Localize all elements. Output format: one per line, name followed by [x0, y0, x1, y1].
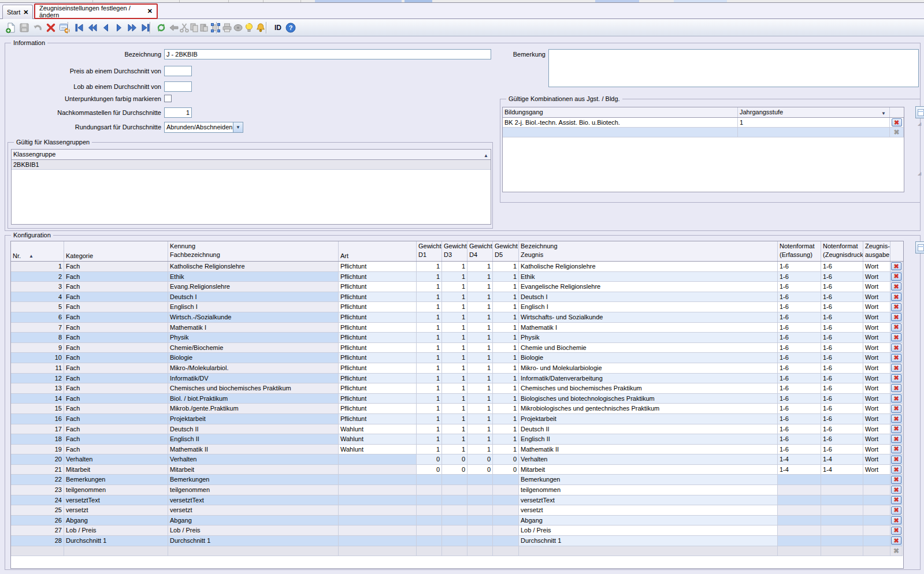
cell-zeugnisausgabe[interactable]: Wort	[863, 434, 890, 445]
cell-new-entry[interactable]	[417, 546, 442, 557]
cell-notenformat-zeugnisdruck[interactable]	[821, 536, 863, 546]
konfiguration-col-5[interactable]: Gewicht D3	[442, 241, 467, 261]
cell-notenformat-erfassung[interactable]: 1-6	[778, 353, 821, 363]
cell-notenformat-erfassung[interactable]: 1-6	[778, 363, 821, 374]
cell-notenformat-zeugnisdruck[interactable]: 1-6	[821, 302, 863, 312]
preis-input[interactable]	[164, 66, 192, 76]
cell-notenformat-zeugnisdruck[interactable]	[821, 495, 863, 506]
cell-gewicht-d5[interactable]	[493, 536, 519, 546]
delete-icon[interactable]	[44, 21, 57, 34]
cell-notenformat-zeugnisdruck[interactable]: 1-6	[821, 323, 863, 333]
cell-zeugnisausgabe[interactable]: Wort	[863, 302, 890, 312]
cell-zeugnisausgabe[interactable]: Wort	[863, 374, 890, 384]
cell-gewicht-d5[interactable]: 1	[493, 394, 519, 404]
cell-art[interactable]	[339, 485, 417, 495]
cell-new-entry[interactable]	[11, 546, 64, 557]
cell-gewicht-d3[interactable]: 1	[442, 383, 467, 394]
cell-art[interactable]	[339, 516, 417, 526]
cell-gewicht-d4[interactable]: 1	[467, 282, 493, 292]
cell-gewicht-d3[interactable]: 1	[442, 333, 467, 343]
cell-gewicht-d3[interactable]	[442, 505, 467, 516]
delete-row-button[interactable]: ✖	[891, 516, 901, 524]
cell-notenformat-zeugnisdruck[interactable]: 1-6	[821, 363, 863, 374]
cell-gewicht-d3[interactable]: 1	[442, 414, 467, 424]
cell-bezeichnung-zeugnis[interactable]: Projektarbeit	[519, 414, 778, 424]
cell-gewicht-d4[interactable]: 1	[467, 414, 493, 424]
cell-bezeichnung-zeugnis[interactable]: Informatik/Datenverarbeitung	[519, 374, 778, 384]
cell-notenformat-zeugnisdruck[interactable]	[821, 525, 863, 536]
cell-gewicht-d5[interactable]: 1	[493, 383, 519, 394]
nav-first-icon[interactable]	[73, 21, 86, 34]
delete-row-button[interactable]: ✖	[891, 536, 901, 545]
cell-zeugnisausgabe[interactable]: Wort	[863, 282, 890, 292]
cell-art[interactable]	[339, 505, 417, 516]
cell-gewicht-d4[interactable]: 0	[467, 454, 493, 465]
cell-bezeichnung-zeugnis[interactable]: Abgang	[519, 516, 778, 526]
cell-art[interactable]	[339, 465, 417, 475]
cell-art[interactable]: Pflichtunt	[339, 262, 417, 272]
cell-zeugnisausgabe[interactable]: Wort	[863, 323, 890, 333]
cell-notenformat-zeugnisdruck[interactable]: 1-6	[821, 262, 863, 272]
cell-gewicht-d4[interactable]: 1	[467, 424, 493, 435]
cell-bezeichnung-zeugnis[interactable]: Durchschnitt 1	[519, 536, 778, 546]
cell-art[interactable]	[339, 495, 417, 506]
tab-start[interactable]: Start ✕	[2, 5, 33, 19]
konfiguration-col-0[interactable]: Nr.▲	[11, 241, 64, 261]
cell-bezeichnung-zeugnis[interactable]: Chemie und Biochemie	[519, 343, 778, 353]
delete-row-button[interactable]: ✖	[891, 506, 901, 515]
filter-dropdown-icon[interactable]: ▼	[881, 109, 886, 117]
cell-bezeichnung-zeugnis[interactable]: Wirtschafts- und Sozialkunde	[519, 312, 778, 323]
cell-notenformat-erfassung[interactable]	[778, 525, 821, 536]
cell-bezeichnung-zeugnis[interactable]: versetzt	[519, 505, 778, 516]
konfiguration-col-2[interactable]: Kennung Fachbezeichnung	[168, 241, 339, 261]
klassengruppen-col-klassengruppe[interactable]: Klassengruppe▲	[12, 150, 491, 159]
cell-gewicht-d5[interactable]	[493, 505, 519, 516]
cell-gewicht-d4[interactable]: 1	[467, 374, 493, 384]
cell-gewicht-d5[interactable]: 0	[493, 454, 519, 465]
cell-bezeichnung-zeugnis[interactable]: Mikro- und Molekularbiologie	[519, 363, 778, 374]
cell-art[interactable]	[339, 525, 417, 536]
cell-art[interactable]: Pflichtunt	[339, 272, 417, 282]
cell-gewicht-d5[interactable]: 0	[493, 465, 519, 475]
konfiguration-col-9[interactable]: Notenformat (Erfassung)	[778, 241, 821, 261]
cell-gewicht-d1[interactable]: 1	[417, 424, 442, 435]
cell-gewicht-d1[interactable]: 1	[417, 272, 442, 282]
delete-row-button[interactable]: ✖	[891, 344, 901, 352]
cell-zeugnisausgabe[interactable]	[863, 475, 890, 485]
cell-new-entry[interactable]	[467, 546, 493, 557]
cell-notenformat-zeugnisdruck[interactable]: 1-6	[821, 424, 863, 435]
delete-row-button[interactable]: ✖	[891, 527, 901, 535]
cell-zeugnisausgabe[interactable]: Wort	[863, 383, 890, 394]
cell-art[interactable]: Wahlunt	[339, 434, 417, 445]
cell-gewicht-d5[interactable]: 1	[493, 323, 519, 333]
cell-gewicht-d3[interactable]: 0	[442, 454, 467, 465]
cell-gewicht-d4[interactable]: 1	[467, 312, 493, 323]
lob-input[interactable]	[164, 81, 192, 92]
cell-art[interactable]: Pflichtunt	[339, 394, 417, 404]
new-document-icon[interactable]	[5, 21, 17, 34]
scroll-up-hint-icon[interactable]: ◢	[918, 121, 921, 126]
delete-row-button[interactable]: ✖	[892, 118, 902, 126]
delete-row-button[interactable]: ✖	[891, 323, 901, 331]
bemerkung-textarea[interactable]	[548, 49, 919, 87]
tab-zeugniseinstellungen[interactable]: Zeugniseinstellungen festlegen / ändern …	[34, 3, 158, 19]
cell-gewicht-d4[interactable]: 1	[467, 343, 493, 353]
cell-new-entry[interactable]	[778, 546, 821, 557]
konfiguration-col-7[interactable]: Gewicht D5	[493, 241, 519, 261]
cell-gewicht-d1[interactable]: 1	[417, 414, 442, 424]
cell-notenformat-erfassung[interactable]	[778, 485, 821, 495]
cell-notenformat-erfassung[interactable]: 1-6	[778, 414, 821, 424]
cell-gewicht-d1[interactable]: 1	[417, 333, 442, 343]
bulb-icon[interactable]	[243, 21, 255, 34]
cell-gewicht-d5[interactable]: 1	[493, 333, 519, 343]
cell-gewicht-d5[interactable]	[493, 485, 519, 495]
cell-gewicht-d4[interactable]: 1	[467, 383, 493, 394]
delete-row-button[interactable]: ✖	[891, 445, 901, 453]
cell-art[interactable]	[339, 475, 417, 485]
cell-zeugnisausgabe[interactable]	[863, 495, 890, 506]
cell-gewicht-d5[interactable]: 1	[493, 282, 519, 292]
cell-gewicht-d5[interactable]: 1	[493, 272, 519, 282]
konfiguration-col-8[interactable]: Bezeichnung Zeugnis	[519, 241, 778, 261]
unterpunktungen-checkbox[interactable]	[164, 95, 172, 102]
cell-jahrgangsstufe-empty[interactable]	[738, 128, 890, 137]
